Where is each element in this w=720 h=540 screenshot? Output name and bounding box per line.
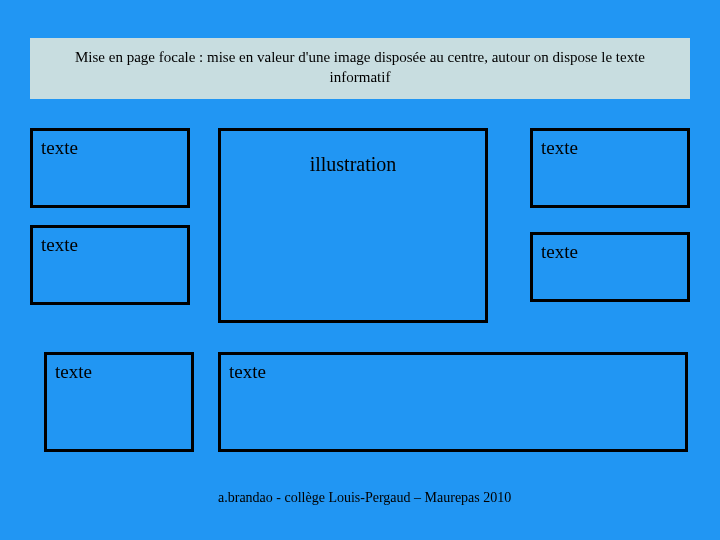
text-box-top-left: texte <box>30 128 190 208</box>
footer-credit: a.brandao - collège Louis-Pergaud – Maur… <box>218 490 511 506</box>
text-box-top-right: texte <box>530 128 690 208</box>
text-box-middle-left: texte <box>30 225 190 305</box>
text-box-bottom-left: texte <box>44 352 194 452</box>
illustration-box: illustration <box>218 128 488 323</box>
header-caption: Mise en page focale : mise en valeur d'u… <box>30 38 690 99</box>
text-box-middle-right: texte <box>530 232 690 302</box>
text-box-bottom-wide: texte <box>218 352 688 452</box>
